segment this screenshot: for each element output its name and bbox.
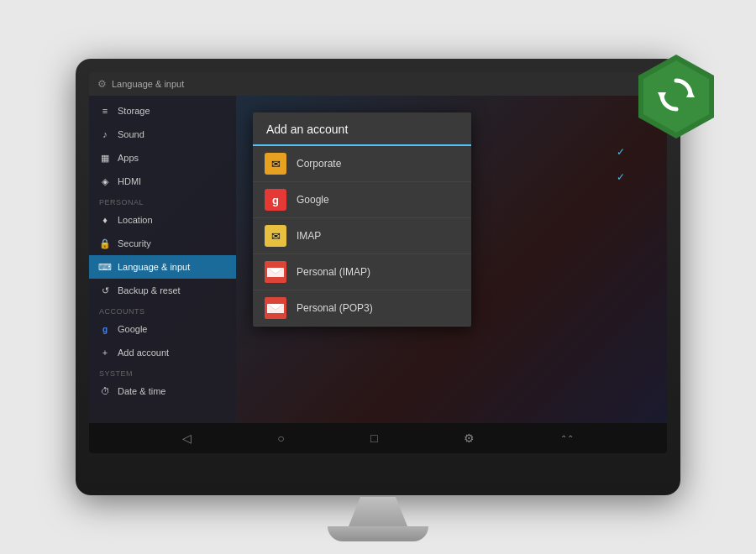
sidebar-label-datetime: Date & time — [118, 386, 165, 396]
sidebar-label-hdmi: HDMI — [118, 176, 141, 186]
screen: ⚙ Language & input ≡ Storage ♪ Sound — [89, 72, 667, 453]
google-account-icon: g — [99, 323, 111, 335]
check-mark-2: ✓ — [617, 171, 625, 183]
sidebar-label-backup: Backup & reset — [118, 285, 181, 295]
sidebar-label-storage: Storage — [118, 106, 150, 116]
google-icon: g — [265, 189, 286, 211]
dialog-item-google[interactable]: g Google — [253, 182, 471, 218]
android-topbar: ⚙ Language & input — [89, 72, 667, 96]
sidebar-item-hdmi[interactable]: ◈ HDMI — [89, 170, 236, 193]
dialog-item-personal-pop3[interactable]: Personal (POP3) — [253, 290, 471, 327]
content-area: ✓ ✓ Add an account ✉ Corporate — [236, 96, 667, 423]
personal-pop3-label: Personal (POP3) — [297, 302, 373, 314]
sidebar-label-security: Security — [118, 238, 151, 248]
add-account-dialog: Add an account ✉ Corporate g Google — [253, 112, 471, 327]
personal-imap-label: Personal (IMAP) — [297, 266, 370, 278]
sidebar-label-sound: Sound — [118, 129, 144, 139]
main-content: ≡ Storage ♪ Sound ▦ Apps ◈ HDMI — [89, 96, 667, 423]
datetime-icon: ⏱ — [99, 385, 111, 397]
sidebar-item-security[interactable]: 🔒 Security — [89, 232, 236, 255]
location-icon: ♦ — [99, 214, 111, 226]
stand-base — [328, 526, 428, 541]
sound-icon: ♪ — [99, 128, 111, 140]
stand-neck — [349, 497, 407, 526]
sidebar-item-google-account[interactable]: g Google — [89, 317, 236, 341]
personal-imap-icon — [265, 261, 286, 283]
personal-pop3-icon — [265, 297, 286, 319]
sidebar-item-sound[interactable]: ♪ Sound — [89, 123, 236, 146]
sidebar: ≡ Storage ♪ Sound ▦ Apps ◈ HDMI — [89, 96, 236, 423]
personal-section-label: PERSONAL — [89, 193, 236, 208]
sync-icon — [655, 74, 697, 116]
corporate-icon: ✉ — [265, 153, 286, 175]
sidebar-item-add-account[interactable]: + Add account — [89, 341, 236, 364]
imap-icon: ✉ — [265, 225, 286, 247]
android-navbar: ◁ ○ □ ⚙ ⌃⌃ — [89, 423, 667, 453]
sidebar-label-add-account: Add account — [118, 348, 169, 358]
sidebar-item-apps[interactable]: ▦ Apps — [89, 146, 236, 170]
sidebar-item-backup[interactable]: ↺ Backup & reset — [89, 279, 236, 302]
sync-badge — [630, 50, 722, 143]
recent-button[interactable]: □ — [370, 431, 377, 445]
sidebar-label-language: Language & input — [118, 262, 190, 272]
dialog-title: Add an account — [253, 112, 471, 146]
corporate-label: Corporate — [297, 158, 341, 170]
language-icon: ⌨ — [99, 261, 111, 273]
dialog-item-corporate[interactable]: ✉ Corporate — [253, 146, 471, 182]
system-section-label: SYSTEM — [89, 364, 236, 379]
up-button[interactable]: ⌃⌃ — [560, 434, 574, 443]
sidebar-label-location: Location — [118, 215, 153, 225]
sidebar-item-datetime[interactable]: ⏱ Date & time — [89, 379, 236, 403]
settings-nav-button[interactable]: ⚙ — [464, 431, 475, 445]
apps-icon: ▦ — [99, 152, 111, 164]
home-button[interactable]: ○ — [277, 431, 284, 445]
imap-label: IMAP — [297, 230, 321, 242]
sidebar-label-apps: Apps — [118, 153, 139, 163]
dialog-item-imap[interactable]: ✉ IMAP — [253, 218, 471, 254]
accounts-section-label: ACCOUNTS — [89, 302, 236, 317]
storage-icon: ≡ — [99, 105, 111, 117]
security-icon: 🔒 — [99, 238, 111, 249]
sidebar-label-google-account: Google — [118, 324, 147, 334]
hdmi-icon: ◈ — [99, 175, 111, 187]
sidebar-item-language[interactable]: ⌨ Language & input — [89, 255, 236, 279]
sidebar-item-location[interactable]: ♦ Location — [89, 208, 236, 232]
topbar-title: Language & input — [112, 79, 184, 89]
monitor-outer: ⚙ Language & input ≡ Storage ♪ Sound — [76, 59, 680, 495]
monitor-container: ⚙ Language & input ≡ Storage ♪ Sound — [76, 59, 680, 495]
check-mark-1: ✓ — [617, 146, 625, 158]
backup-icon: ↺ — [99, 285, 111, 296]
add-account-icon: + — [99, 347, 111, 358]
back-button[interactable]: ◁ — [182, 431, 192, 445]
dialog-item-personal-imap[interactable]: Personal (IMAP) — [253, 254, 471, 290]
sidebar-item-storage[interactable]: ≡ Storage — [89, 99, 236, 123]
google-label: Google — [297, 194, 329, 206]
settings-gear-icon: ⚙ — [97, 78, 107, 90]
monitor-stand — [328, 497, 428, 541]
